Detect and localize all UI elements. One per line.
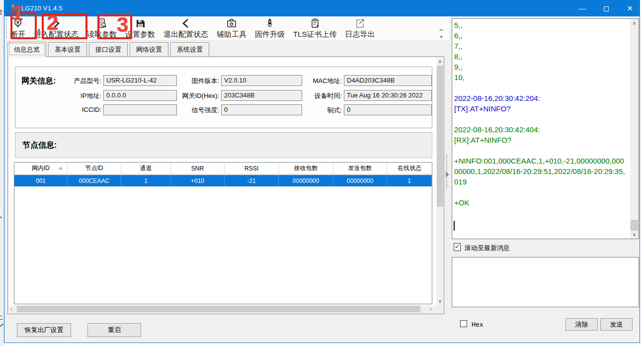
tls-cert-upload-button[interactable]: TLS证书上传 xyxy=(293,17,337,40)
column-header-channel[interactable]: 通道 xyxy=(121,163,171,174)
send-input-area[interactable] xyxy=(452,257,639,307)
factory-reset-button[interactable]: 恢复出厂设置 xyxy=(17,323,71,337)
field-label: 信号强度: xyxy=(191,106,221,115)
annotation-number-2: 2 xyxy=(47,12,58,33)
column-header-tx-packets[interactable]: 发送包数 xyxy=(333,163,387,174)
tab-network-settings[interactable]: 网络设置 xyxy=(130,42,168,56)
scrollbar-thumb[interactable] xyxy=(631,220,638,231)
certificate-upload-icon xyxy=(310,17,320,29)
toolbar-button-label: 固件升级 xyxy=(255,29,285,39)
scroll-left-icon[interactable]: ‹ xyxy=(10,307,12,312)
disconnect-dropdown-caret-icon[interactable]: ▾ xyxy=(38,27,40,32)
log-export-button[interactable]: 日志导出 xyxy=(345,17,375,40)
cell-channel: 1 xyxy=(121,175,171,186)
field-value[interactable]: 203C348B xyxy=(221,90,302,101)
log-vertical-scrollbar[interactable]: ∧ ∨ xyxy=(630,19,639,239)
field-signal-strength: 信号强度: 0 xyxy=(221,104,302,115)
tab-bar: 信息总览 基本设置 接口设置 网络设置 系统设置 xyxy=(7,42,209,57)
field-value[interactable]: D4AD203C348B xyxy=(344,75,432,86)
column-header-rssi[interactable]: RSSI xyxy=(225,163,279,174)
gateway-info-title: 网关信息: xyxy=(21,76,56,86)
exit-config-button[interactable]: 退出配置状态 xyxy=(163,17,208,40)
toolbar-overflow-icon[interactable]: ▔▾ xyxy=(438,30,445,39)
minimize-button[interactable]: — xyxy=(571,0,593,16)
rocket-icon xyxy=(265,17,275,29)
node-info-panel: 节点信息: xyxy=(15,132,432,158)
log-line: 8,, xyxy=(454,51,627,62)
table-row-selected[interactable]: 001 000CEAAC 1 +010 -21 00000000 0000000… xyxy=(14,175,432,186)
field-label: 产品型号: xyxy=(74,77,103,86)
background-text-fragment: ∨ xyxy=(0,70,1,79)
hex-checkbox[interactable] xyxy=(460,320,467,327)
field-mac-address: MAC地址: D4AD203C348B xyxy=(344,75,432,86)
scroll-up-icon[interactable]: ∧ xyxy=(630,21,639,26)
field-label: 网关ID(Hex): xyxy=(182,91,221,100)
log-line: +OK xyxy=(454,197,627,208)
field-firmware-version: 固件版本: V2.0.10 xyxy=(221,75,302,86)
field-value[interactable]: V2.0.10 xyxy=(221,75,302,86)
column-header-rx-packets[interactable]: 接收包数 xyxy=(279,163,333,174)
hex-label: Hex xyxy=(472,321,483,328)
toolbox-icon xyxy=(226,17,237,29)
log-line: 9,, xyxy=(454,62,627,72)
firmware-upgrade-button[interactable]: 固件升级 xyxy=(255,17,285,40)
horizontal-scrollbar[interactable]: ‹ › xyxy=(9,305,436,313)
cell-tx-packets: 00000000 xyxy=(333,175,387,186)
tab-basic-settings[interactable]: 基本设置 xyxy=(48,42,87,56)
log-line: 10, xyxy=(454,72,627,83)
scrollbar-thumb[interactable] xyxy=(17,306,420,312)
tab-interface-settings[interactable]: 接口设置 xyxy=(89,42,128,56)
splitter-collapse-icon[interactable] xyxy=(446,172,449,177)
scroll-down-icon[interactable]: ∨ xyxy=(630,232,639,237)
tab-system-settings[interactable]: 系统设置 xyxy=(170,42,209,56)
cell-net-id: 001 xyxy=(14,175,68,186)
field-value[interactable]: 0 xyxy=(344,104,432,115)
cell-snr: +010 xyxy=(171,175,225,186)
clear-button[interactable]: 清除 xyxy=(565,318,598,331)
scroll-down-icon[interactable]: ∨ xyxy=(436,299,444,304)
scrollbar-thumb[interactable] xyxy=(437,66,443,207)
tab-info-overview[interactable]: 信息总览 xyxy=(7,42,46,57)
log-output-area[interactable]: 5,,6,,7,,8,,9,,10, 2022-08-16,20:30:42:2… xyxy=(452,18,639,239)
reboot-button[interactable]: 重启 xyxy=(87,323,141,337)
column-header-snr[interactable]: SNR xyxy=(171,163,225,174)
maximize-button[interactable] xyxy=(595,0,617,16)
log-line: 2022-08-16,20:30:42:404: xyxy=(454,124,627,135)
close-button[interactable]: ✕ xyxy=(619,0,641,16)
background-text-fragment: 上 xyxy=(0,312,3,322)
sort-ascending-icon xyxy=(58,167,63,170)
aux-tools-button[interactable]: 辅助工具 xyxy=(217,17,246,40)
background-line-fragment xyxy=(0,321,4,328)
scroll-up-icon[interactable]: ∧ xyxy=(436,59,444,64)
node-info-title: 节点信息: xyxy=(22,140,57,151)
toolbar-gripper[interactable] xyxy=(6,18,7,38)
autoscroll-checkbox[interactable]: ✓ xyxy=(454,243,461,251)
cell-node-id: 000CEAAC xyxy=(68,175,121,186)
screen: 合 ∨ 卜 上 LG210 V1.4.5 — ✕ xyxy=(0,0,644,346)
send-button[interactable]: 发送 xyxy=(600,318,633,331)
column-header-node-id[interactable]: 节点ID xyxy=(68,163,121,174)
field-gateway-id: 网关ID(Hex): 203C348B xyxy=(221,90,302,101)
column-header-net-id[interactable]: 网内ID xyxy=(14,163,68,174)
field-value[interactable]: 0 xyxy=(221,104,302,115)
field-label: 制式: xyxy=(327,106,344,115)
scroll-right-icon[interactable]: › xyxy=(430,307,431,312)
log-export-icon xyxy=(355,17,366,29)
column-header-online-status[interactable]: 在线状态 xyxy=(387,163,432,174)
node-table: 网内ID 节点ID 通道 SNR RSSI 接收包数 发送包数 在线状态 001… xyxy=(14,162,432,304)
log-line: [TX]:AT+NINFO? xyxy=(454,103,627,114)
autoscroll-label: 滚动至最新消息 xyxy=(465,244,510,253)
field-value[interactable]: Tue Aug 16 20:30:26 2022 xyxy=(344,90,432,101)
field-ip-address: IP地址: 0.0.0.0 xyxy=(103,90,177,101)
field-value[interactable]: 0.0.0.0 xyxy=(103,90,177,101)
toolbar-button-label: 日志导出 xyxy=(345,29,375,39)
log-line: 5,, xyxy=(454,20,627,30)
field-value[interactable]: USR-LG210-L-42 xyxy=(103,75,177,86)
field-value[interactable] xyxy=(103,104,177,115)
field-label: 固件版本: xyxy=(191,77,221,86)
field-network-standard: 制式: 0 xyxy=(344,104,432,115)
vertical-scrollbar[interactable]: ∧ ∨ xyxy=(436,58,444,305)
panel-splitter[interactable] xyxy=(444,56,451,314)
background-window-sliver: 合 ∨ 卜 上 xyxy=(0,0,4,346)
field-iccid: ICCID: xyxy=(103,104,177,115)
